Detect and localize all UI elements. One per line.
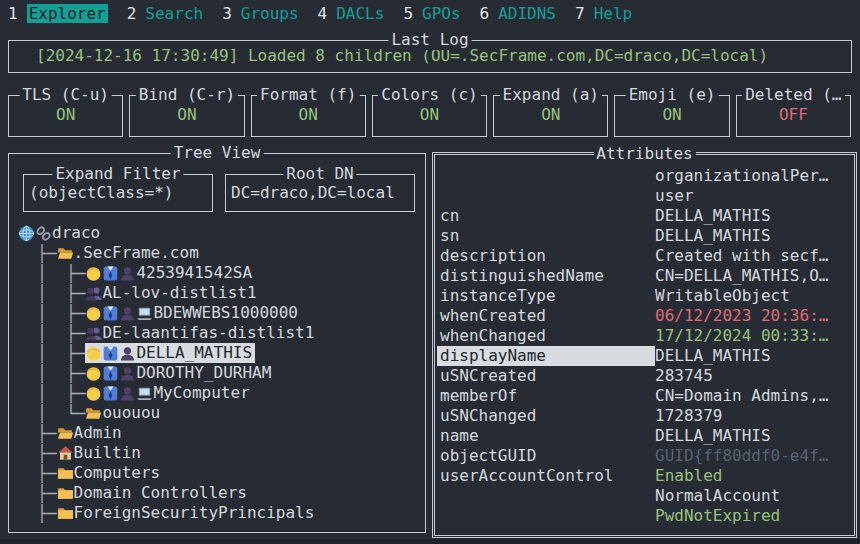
tree-row[interactable]: │ ├─BDEWWEBS1000000 — [18, 303, 423, 323]
tree-connector: ├─ — [18, 504, 57, 523]
attribute-row[interactable]: objectGUIDGUID{ff80ddf0-e4f… — [437, 446, 851, 466]
attribute-row[interactable]: whenChanged17/12/2024 00:33:… — [437, 326, 851, 346]
tree-row[interactable]: │ ├─DE-laantifas-distlist1 — [18, 323, 423, 343]
toggle-expand[interactable]: Expand (a)ON — [493, 95, 608, 137]
attribute-row[interactable]: snDELLA_MATHIS — [437, 226, 851, 246]
tree-row[interactable]: │ ├─DELLA_MATHIS — [18, 343, 423, 363]
attribute-row[interactable]: uSNCreated283745 — [437, 366, 851, 386]
group-icon — [85, 285, 102, 302]
necktie-icon — [102, 265, 119, 282]
tree-row[interactable]: ├─Admin — [18, 423, 423, 443]
attribute-value: DELLA_MATHIS — [655, 226, 851, 246]
tree-row[interactable]: │ ├─MyComputer — [18, 383, 423, 403]
attribute-value: GUID{ff80ddf0-e4f… — [655, 446, 851, 466]
tree-item: Builtin — [57, 443, 144, 463]
tree-row[interactable]: │ ├─AL-lov-distlist1 — [18, 283, 423, 303]
menu-item-key: 6 — [480, 4, 490, 23]
attribute-row[interactable]: instanceTypeWritableObject — [437, 286, 851, 306]
toggle-value: ON — [373, 105, 486, 125]
toggle-value: OFF — [737, 105, 850, 125]
menu-item-search[interactable]: 2Search — [127, 3, 203, 25]
tree-row[interactable]: │ ├─4253941542SA — [18, 263, 423, 283]
toggle-title: Emoji (e) — [626, 85, 719, 105]
tree-item-label: MyComputer — [153, 383, 249, 403]
attribute-row[interactable]: PwdNotExpired — [437, 506, 851, 526]
tree-row[interactable]: ├─.SecFrame.com — [18, 243, 423, 263]
attribute-row[interactable]: nameDELLA_MATHIS — [437, 426, 851, 446]
tree-connector: ├─ — [18, 464, 57, 483]
menu-item-key: 2 — [127, 4, 137, 23]
tree-item-label: AL-lov-distlist1 — [102, 283, 256, 303]
tree-row[interactable]: ├─Domain Controllers — [18, 483, 423, 503]
root-dn-input[interactable]: Root DN DC=draco,DC=local — [225, 174, 415, 212]
menu-item-groups[interactable]: 3Groups — [222, 3, 298, 25]
person-icon — [85, 265, 102, 282]
attribute-row[interactable]: NormalAccount — [437, 486, 851, 506]
tree-row[interactable]: │ ├─DOROTHY_DURHAM — [18, 363, 423, 383]
tree-row[interactable]: draco — [18, 223, 423, 243]
attribute-row[interactable]: uSNChanged1728379 — [437, 406, 851, 426]
tree-row[interactable]: ├─ForeignSecurityPrincipals — [18, 503, 423, 523]
attribute-row[interactable]: user — [437, 186, 851, 206]
attribute-row[interactable]: memberOfCN=Domain Admins,… — [437, 386, 851, 406]
root-dn-title: Root DN — [283, 164, 356, 184]
tree-connector: │ └─ — [18, 404, 85, 423]
attribute-row[interactable]: cnDELLA_MATHIS — [437, 206, 851, 226]
menu-item-help[interactable]: 7Help — [575, 3, 632, 25]
toggle-bind[interactable]: Bind (C-r)ON — [129, 95, 244, 137]
laptop-icon — [136, 305, 153, 322]
tree-row[interactable]: │ └─ououou — [18, 403, 423, 423]
tree-item-label: draco — [52, 223, 100, 243]
tree-connector: ├─ — [18, 244, 57, 263]
necktie-icon — [102, 385, 119, 402]
bust-icon — [119, 265, 136, 282]
menu-item-adidns[interactable]: 6ADIDNS — [480, 3, 556, 25]
menu-item-label: Groups — [241, 4, 299, 23]
toggle-format[interactable]: Format (f)ON — [251, 95, 366, 137]
attribute-row[interactable]: distinguishedNameCN=DELLA_MATHIS,O… — [437, 266, 851, 286]
expand-filter-input[interactable]: Expand Filter (objectClass=*) — [23, 174, 213, 212]
attribute-row[interactable]: userAccountControlEnabled — [437, 466, 851, 486]
attribute-value: 06/12/2023 20:36:… — [655, 306, 851, 326]
tree-item-label: ForeignSecurityPrincipals — [74, 503, 315, 523]
attribute-row[interactable]: organizationalPer… — [437, 166, 851, 186]
attribute-value: DELLA_MATHIS — [655, 426, 851, 446]
toggle-deleted[interactable]: Deleted (…OFF — [736, 95, 851, 137]
menu-item-dacls[interactable]: 4DACLs — [318, 3, 385, 25]
attribute-row[interactable]: displayNameDELLA_MATHIS — [437, 346, 851, 366]
menu-item-gpos[interactable]: 5GPOs — [403, 3, 460, 25]
tree-row[interactable]: ├─Computers — [18, 463, 423, 483]
attribute-value: NormalAccount — [655, 486, 851, 506]
attribute-name: userAccountControl — [437, 466, 655, 486]
tree-item: draco — [18, 223, 103, 243]
toggle-emoji[interactable]: Emoji (e)ON — [614, 95, 729, 137]
tree-item: BDEWWEBS1000000 — [85, 303, 301, 323]
attribute-value: CN=Domain Admins,… — [655, 386, 851, 406]
folder-open-icon — [57, 245, 74, 262]
last-log-title: Last Log — [388, 30, 471, 50]
attribute-row[interactable]: descriptionCreated with secf… — [437, 246, 851, 266]
menu-item-explorer[interactable]: 1Explorer — [8, 3, 108, 25]
menu-item-key: 3 — [222, 4, 232, 23]
tree-item-label: DELLA_MATHIS — [136, 343, 252, 363]
tree-item-label: Builtin — [74, 443, 141, 463]
attribute-name: distinguishedName — [437, 266, 655, 286]
bottom-strip — [0, 539, 860, 544]
toggle-title: Colors (c) — [378, 85, 480, 105]
attribute-row[interactable]: whenCreated06/12/2023 20:36:… — [437, 306, 851, 326]
tree-item: MyComputer — [85, 383, 252, 403]
tree-item-label: DOROTHY_DURHAM — [136, 363, 271, 383]
attribute-value: organizationalPer… — [655, 166, 851, 186]
toggle-colors[interactable]: Colors (c)ON — [372, 95, 487, 137]
attribute-value: PwdNotExpired — [655, 506, 851, 526]
attribute-name: whenCreated — [437, 306, 655, 326]
tree-row[interactable]: ├─Builtin — [18, 443, 423, 463]
tree-item: .SecFrame.com — [57, 243, 202, 263]
menu-item-key: 1 — [8, 4, 18, 23]
necktie-icon — [102, 345, 119, 362]
attribute-value: DELLA_MATHIS — [655, 206, 851, 226]
tree-item: DELLA_MATHIS — [85, 343, 255, 363]
toggle-tls[interactable]: TLS (C-u)ON — [8, 95, 123, 137]
tree-connector: ├─ — [18, 444, 57, 463]
tree-item: ForeignSecurityPrincipals — [57, 503, 318, 523]
